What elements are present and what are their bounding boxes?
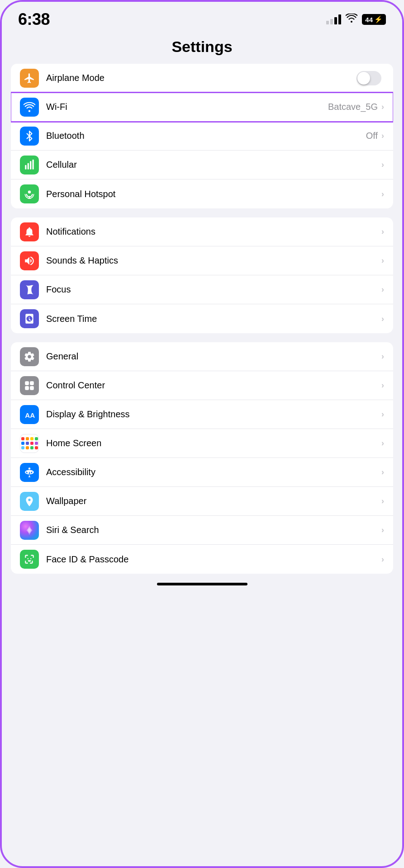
- control-center-chevron: ›: [381, 381, 384, 390]
- general-section: General › Control Center › AA Display & …: [11, 342, 393, 574]
- cellular-row[interactable]: Cellular ›: [11, 151, 393, 179]
- siri-search-label: Siri & Search: [46, 525, 381, 535]
- battery-level: 44: [365, 16, 373, 24]
- svg-rect-0: [25, 165, 26, 170]
- wallpaper-icon: [20, 492, 39, 511]
- face-id-icon: [20, 550, 39, 569]
- wallpaper-chevron: ›: [381, 496, 384, 506]
- focus-chevron: ›: [381, 285, 384, 294]
- wifi-row-icon: [20, 98, 39, 117]
- screen-time-icon: [20, 309, 39, 328]
- control-center-row[interactable]: Control Center ›: [11, 371, 393, 400]
- general-row[interactable]: General ›: [11, 342, 393, 371]
- focus-row[interactable]: Focus ›: [11, 275, 393, 304]
- sounds-haptics-chevron: ›: [381, 256, 384, 265]
- battery-icon: 44 ⚡: [362, 14, 386, 25]
- siri-search-row[interactable]: Siri & Search ›: [11, 516, 393, 545]
- home-screen-icon: [20, 434, 39, 453]
- personal-hotspot-label: Personal Hotspot: [46, 189, 381, 199]
- sounds-icon: [20, 251, 39, 270]
- accessibility-row[interactable]: Accessibility ›: [11, 458, 393, 487]
- face-id-label: Face ID & Passcode: [46, 554, 381, 565]
- svg-point-13: [27, 528, 33, 532]
- bluetooth-label: Bluetooth: [46, 131, 366, 141]
- accessibility-chevron: ›: [381, 467, 384, 477]
- general-icon: [20, 347, 39, 366]
- wifi-chevron: ›: [381, 102, 384, 112]
- focus-icon: [20, 280, 39, 299]
- airplane-mode-label: Airplane Mode: [46, 73, 356, 83]
- airplane-mode-toggle[interactable]: [356, 71, 381, 85]
- home-screen-chevron: ›: [381, 439, 384, 448]
- svg-rect-3: [33, 160, 34, 170]
- status-bar: 6:38 44 ⚡: [2, 2, 402, 33]
- sounds-haptics-label: Sounds & Haptics: [46, 255, 381, 266]
- svg-rect-7: [25, 386, 29, 390]
- control-center-label: Control Center: [46, 380, 381, 391]
- personal-hotspot-chevron: ›: [381, 189, 384, 199]
- personal-hotspot-row[interactable]: Personal Hotspot ›: [11, 179, 393, 208]
- cellular-chevron: ›: [381, 160, 384, 170]
- airplane-mode-icon: [20, 69, 39, 88]
- svg-point-10: [29, 467, 30, 469]
- bluetooth-chevron: ›: [381, 131, 384, 141]
- display-brightness-chevron: ›: [381, 410, 384, 419]
- svg-rect-8: [30, 386, 34, 390]
- airplane-mode-toggle-knob: [357, 72, 370, 85]
- svg-rect-1: [28, 163, 29, 169]
- page-title: Settings: [2, 33, 402, 64]
- accessibility-icon: [20, 463, 39, 482]
- signal-icon: [326, 14, 341, 24]
- bluetooth-icon: [20, 127, 39, 146]
- face-id-row[interactable]: Face ID & Passcode ›: [11, 545, 393, 574]
- siri-icon: [20, 521, 39, 540]
- svg-rect-6: [30, 381, 34, 385]
- airplane-mode-row[interactable]: Airplane Mode: [11, 64, 393, 93]
- sounds-haptics-row[interactable]: Sounds & Haptics ›: [11, 246, 393, 275]
- svg-rect-5: [25, 381, 29, 385]
- notifications-row[interactable]: Notifications ›: [11, 217, 393, 246]
- general-chevron: ›: [381, 352, 384, 361]
- wifi-row[interactable]: Wi-Fi Batcave_5G ›: [11, 93, 393, 122]
- siri-search-chevron: ›: [381, 525, 384, 535]
- control-center-icon: [20, 376, 39, 395]
- screen-time-chevron: ›: [381, 314, 384, 324]
- screen-time-row[interactable]: Screen Time ›: [11, 304, 393, 333]
- notifications-section: Notifications › Sounds & Haptics › Focus…: [11, 217, 393, 333]
- display-brightness-row[interactable]: AA Display & Brightness ›: [11, 400, 393, 429]
- home-screen-label: Home Screen: [46, 438, 381, 448]
- focus-label: Focus: [46, 284, 381, 295]
- hotspot-icon: [20, 184, 39, 203]
- wifi-value: Batcave_5G: [328, 102, 378, 112]
- screen-time-label: Screen Time: [46, 314, 381, 324]
- face-id-chevron: ›: [381, 555, 384, 564]
- bluetooth-row[interactable]: Bluetooth Off ›: [11, 122, 393, 151]
- wifi-status-icon: [346, 14, 357, 25]
- display-brightness-label: Display & Brightness: [46, 409, 381, 420]
- status-time: 6:38: [18, 10, 50, 29]
- network-section: Airplane Mode Wi-Fi Batcave_5G › Bluetoo…: [11, 64, 393, 208]
- home-indicator: [157, 583, 247, 585]
- svg-text:AA: AA: [25, 411, 35, 419]
- svg-rect-2: [30, 161, 31, 169]
- accessibility-label: Accessibility: [46, 467, 381, 477]
- wifi-label: Wi-Fi: [46, 102, 328, 112]
- svg-point-4: [28, 190, 31, 193]
- cellular-icon: [20, 156, 39, 175]
- notifications-label: Notifications: [46, 226, 381, 237]
- wallpaper-label: Wallpaper: [46, 496, 381, 506]
- status-icons: 44 ⚡: [326, 14, 386, 25]
- cellular-label: Cellular: [46, 160, 381, 170]
- notifications-chevron: ›: [381, 227, 384, 236]
- wallpaper-row[interactable]: Wallpaper ›: [11, 487, 393, 516]
- notifications-icon: [20, 222, 39, 241]
- home-screen-row[interactable]: Home Screen ›: [11, 429, 393, 458]
- bluetooth-value: Off: [366, 131, 378, 141]
- display-brightness-icon: AA: [20, 405, 39, 424]
- general-label: General: [46, 351, 381, 362]
